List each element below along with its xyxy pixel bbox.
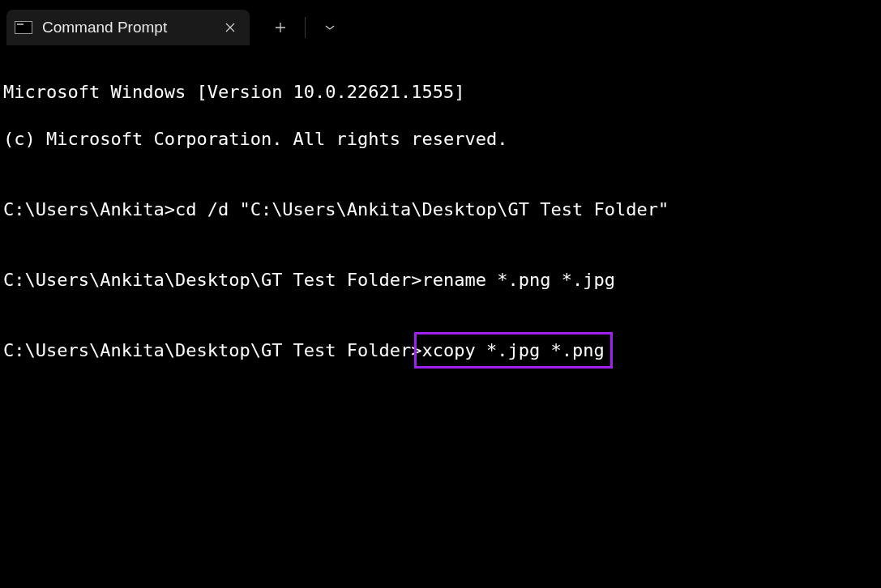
terminal-output[interactable]: Microsoft Windows [Version 10.0.22621.15… (0, 45, 881, 409)
titlebar-buttons (259, 10, 351, 45)
plus-icon (275, 22, 286, 33)
cmd-icon (15, 21, 32, 34)
version-line: Microsoft Windows [Version 10.0.22621.15… (3, 80, 878, 104)
chevron-down-icon (324, 24, 336, 31)
active-tab[interactable]: Command Prompt (6, 10, 250, 45)
command-line: C:\Users\Ankita>cd /d "C:\Users\Ankita\D… (3, 198, 878, 221)
command-text: cd /d "C:\Users\Ankita\Desktop\GT Test F… (175, 199, 669, 219)
titlebar: Command Prompt (0, 0, 881, 45)
copyright-line: (c) Microsoft Corporation. All rights re… (3, 127, 878, 151)
command-line: C:\Users\Ankita\Desktop\GT Test Folder>r… (3, 268, 878, 292)
divider (305, 17, 306, 38)
tab-dropdown-button[interactable] (309, 11, 351, 44)
close-icon (225, 23, 235, 32)
command-text: rename *.png *.jpg (422, 270, 615, 290)
new-tab-button[interactable] (259, 11, 302, 44)
command-text: xcopy *.jpg *.png (422, 340, 605, 360)
prompt: C:\Users\Ankita\Desktop\GT Test Folder> (3, 340, 422, 360)
command-line: C:\Users\Ankita\Desktop\GT Test Folder>x… (3, 339, 878, 362)
prompt: C:\Users\Ankita> (3, 199, 175, 219)
tab-title: Command Prompt (42, 19, 238, 36)
close-tab-button[interactable] (219, 16, 242, 39)
prompt: C:\Users\Ankita\Desktop\GT Test Folder> (3, 270, 422, 290)
